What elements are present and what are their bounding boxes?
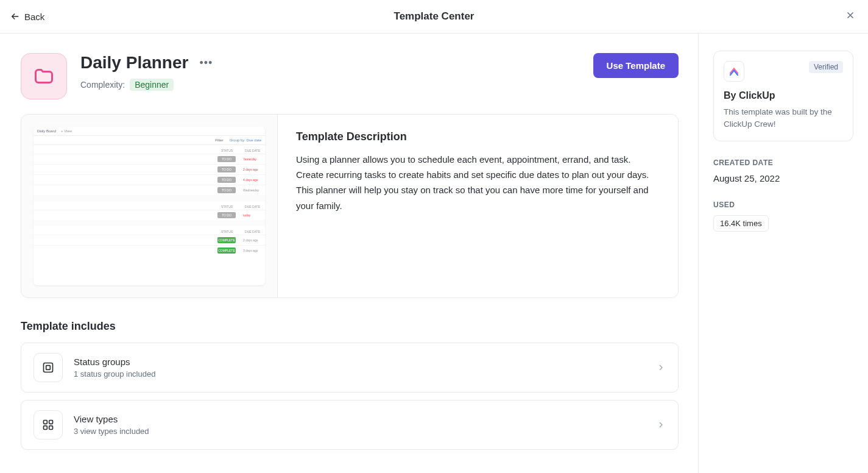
close-icon: [845, 10, 856, 21]
back-label: Back: [24, 12, 44, 22]
main-column: Daily Planner ••• Complexity: Beginner U…: [0, 34, 699, 473]
includes-list: Status groups1 status group includedView…: [21, 343, 679, 450]
chevron-right-icon: [656, 363, 666, 372]
description-heading: Template Description: [296, 130, 660, 143]
description-text: Using a planner allows you to schedule e…: [296, 152, 660, 213]
include-item-status[interactable]: Status groups1 status group included: [21, 343, 679, 393]
include-subtitle: 1 status group included: [74, 369, 645, 379]
description-box: Daily Board+ ViewFilterGroup by: Due dat…: [21, 114, 679, 298]
svg-rect-2: [44, 421, 48, 424]
template-icon-box: [21, 53, 67, 99]
sidebar: Verified By ClickUp This template was bu…: [699, 34, 868, 473]
verified-badge: Verified: [809, 61, 843, 73]
arrow-left-icon: [10, 11, 21, 22]
svg-rect-4: [44, 426, 48, 430]
include-item-grid[interactable]: View types3 view types included: [21, 400, 679, 450]
used-count-badge: 16.4K times: [713, 215, 769, 232]
description-pane: Template Description Using a planner all…: [277, 115, 678, 297]
grid-icon: [34, 410, 63, 439]
title-row: Daily Planner ••• Complexity: Beginner U…: [21, 53, 679, 99]
svg-rect-0: [44, 363, 53, 372]
author-name: By ClickUp: [724, 90, 843, 101]
page-title: Template Center: [394, 10, 475, 23]
svg-rect-3: [49, 421, 53, 424]
complexity-label: Complexity:: [80, 80, 125, 90]
preview-pane: Daily Board+ ViewFilterGroup by: Due dat…: [21, 115, 277, 297]
clickup-icon: [729, 66, 739, 77]
template-title: Daily Planner: [80, 53, 188, 73]
use-template-button[interactable]: Use Template: [593, 53, 679, 78]
header: Back Template Center: [0, 0, 868, 34]
title-column: Daily Planner ••• Complexity: Beginner: [80, 53, 580, 91]
chevron-right-icon: [656, 420, 666, 430]
back-button[interactable]: Back: [10, 11, 44, 22]
svg-rect-5: [49, 426, 53, 430]
more-options-button[interactable]: •••: [199, 57, 213, 69]
svg-rect-1: [46, 366, 51, 370]
status-icon: [34, 353, 63, 382]
include-subtitle: 3 view types included: [74, 427, 645, 436]
template-preview: Daily Board+ ViewFilterGroup by: Due dat…: [34, 127, 265, 285]
includes-heading: Template includes: [21, 320, 679, 333]
author-card: Verified By ClickUp This template was bu…: [713, 51, 853, 141]
created-date-label: CREATED DATE: [713, 158, 853, 167]
folder-icon: [33, 65, 55, 87]
close-button[interactable]: [842, 7, 858, 26]
author-description: This template was built by the ClickUp C…: [724, 106, 843, 131]
clickup-logo: [724, 61, 744, 82]
include-name: Status groups: [74, 357, 645, 367]
used-label: USED: [713, 201, 853, 209]
complexity-badge: Beginner: [130, 79, 174, 91]
content: Daily Planner ••• Complexity: Beginner U…: [0, 34, 868, 473]
created-date-value: August 25, 2022: [713, 173, 853, 183]
include-name: View types: [74, 414, 645, 424]
